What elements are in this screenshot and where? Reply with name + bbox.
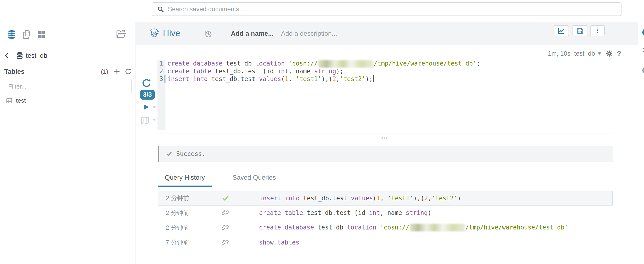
- document-search-box[interactable]: [152, 2, 622, 16]
- sql-editor[interactable]: create database test_db location 'cosn:/…: [167, 60, 612, 83]
- query-text: insert into test_db.test values(1, 'test…: [259, 195, 461, 202]
- right-assist-dots-icon[interactable]: [642, 48, 644, 54]
- status-success-check-icon: [222, 194, 229, 202]
- status-broken-link-icon: [222, 224, 229, 231]
- query-history-row[interactable]: 2 分钟前 create database test_db location '…: [158, 220, 612, 235]
- query-history-row[interactable]: 2 分钟前 create table test_db.test (id int,…: [158, 206, 612, 220]
- folder-documents-icon[interactable]: [115, 28, 126, 40]
- query-text: create table test_db.test (id int, name …: [259, 209, 432, 216]
- save-button[interactable]: [572, 25, 588, 36]
- editor-result-divider: [158, 133, 612, 134]
- query-timestamp: 2 分钟前: [158, 194, 222, 202]
- refresh-statement-icon[interactable]: [142, 78, 152, 88]
- sidebar-table-item-test[interactable]: test: [6, 97, 26, 104]
- top-bar: [0, 0, 644, 22]
- table-filter-box[interactable]: [4, 80, 132, 93]
- breadcrumb-database-name[interactable]: test_db: [26, 52, 47, 59]
- query-status: [222, 194, 259, 202]
- statement-counter-badge: 3/3: [140, 90, 155, 100]
- code-line: create table test_db.test (id int, name …: [167, 67, 612, 75]
- execute-play-button[interactable]: [142, 103, 150, 111]
- assist-icon-row: [0, 22, 135, 47]
- settings-gear-icon[interactable]: [605, 50, 613, 58]
- hive-logo-icon: [149, 28, 162, 39]
- editor-gutter: 123: [158, 60, 166, 130]
- status-broken-link-icon: [222, 209, 229, 217]
- database-selector[interactable]: test_db: [574, 50, 602, 57]
- back-chevron-icon[interactable]: [3, 52, 10, 59]
- tables-count: (1): [101, 68, 108, 75]
- query-status: [222, 224, 259, 231]
- line-number: 2: [158, 67, 166, 75]
- search-input[interactable]: [167, 6, 621, 13]
- query-history-row[interactable]: 2 分钟前 insert into test_db.test values(1,…: [158, 191, 612, 206]
- query-history-row[interactable]: 7 分钟前 show tables: [158, 235, 612, 250]
- help-icon[interactable]: ?: [617, 50, 621, 58]
- execute-options-caret-icon[interactable]: [152, 106, 156, 109]
- success-check-icon: [166, 150, 172, 157]
- right-assist-blue-icon[interactable]: [642, 28, 644, 37]
- explain-map-icon[interactable]: [140, 115, 150, 125]
- tab-saved-queries[interactable]: Saved Queries: [226, 172, 283, 187]
- tables-header-label: Tables: [4, 68, 24, 75]
- code-line: insert into test_db.test values(1, 'test…: [167, 75, 612, 83]
- status-banner-text: Success.: [176, 150, 206, 157]
- tab-query-history[interactable]: Query History: [158, 172, 212, 187]
- query-history-icon[interactable]: [204, 30, 212, 38]
- table-filter-input[interactable]: [8, 83, 128, 90]
- hue-editor-page: test_db Tables (1) test Hive: [0, 0, 644, 264]
- chart-button[interactable]: [554, 25, 569, 36]
- query-description-field[interactable]: Add a description...: [281, 30, 337, 37]
- more-actions-button[interactable]: [590, 25, 605, 36]
- editor-header: Hive Add a name... Add a description...: [136, 22, 638, 45]
- query-timestamp: 2 分钟前: [158, 209, 222, 217]
- status-banner: Success.: [158, 146, 612, 162]
- engine-title: Hive: [163, 28, 180, 38]
- database-icon: [16, 51, 24, 60]
- map-options-caret-icon[interactable]: [152, 119, 156, 121]
- resize-grip[interactable]: [382, 138, 387, 139]
- table-grid-icon: [6, 97, 13, 104]
- status-broken-link-icon: [222, 239, 229, 246]
- editor-meta-row: 1m, 10s test_db ?: [136, 49, 638, 58]
- query-status: [222, 239, 259, 246]
- execution-duration: 1m, 10s: [548, 50, 570, 57]
- apps-grid-icon[interactable]: [36, 30, 46, 39]
- table-name: test: [16, 97, 26, 104]
- add-table-plus-icon[interactable]: [114, 68, 120, 75]
- search-icon: [157, 6, 164, 13]
- query-timestamp: 7 分钟前: [158, 238, 222, 247]
- query-name-field[interactable]: Add a name...: [231, 30, 274, 37]
- query-status: [222, 209, 259, 217]
- query-text: create database test_db location 'cosn:/…: [259, 224, 568, 232]
- refresh-tables-icon[interactable]: [125, 68, 132, 75]
- query-text: show tables: [259, 239, 299, 246]
- selected-database: test_db: [574, 50, 595, 57]
- right-assist-panel-edge: [638, 22, 644, 264]
- result-tabs: Query History Saved Queries: [158, 172, 283, 187]
- query-timestamp: 2 分钟前: [158, 224, 222, 232]
- database-assist-icon[interactable]: [6, 29, 17, 40]
- assist-sidebar: test_db Tables (1) test: [0, 22, 136, 264]
- right-assist-gray-icon[interactable]: [642, 67, 644, 74]
- line-number: 3: [158, 75, 166, 83]
- query-history-table: 2 分钟前 insert into test_db.test values(1,…: [158, 191, 612, 250]
- documents-assist-icon[interactable]: [22, 29, 32, 40]
- code-line: create database test_db location 'cosn:/…: [167, 60, 612, 67]
- line-number: 1: [158, 60, 166, 67]
